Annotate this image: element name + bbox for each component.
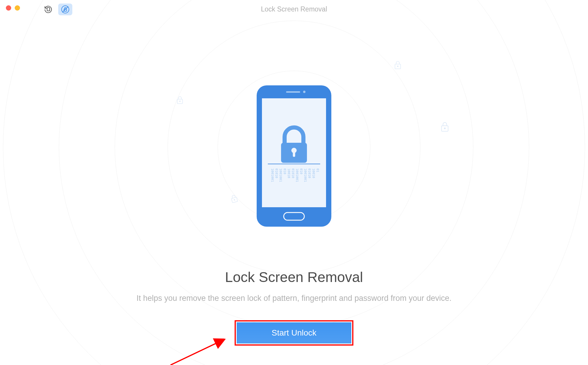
svg-text:1001001: 1001001 <box>303 168 307 182</box>
svg-text:01: 01 <box>316 168 320 172</box>
svg-text:010: 010 <box>283 168 287 174</box>
svg-rect-13 <box>286 91 300 93</box>
lock-icon <box>176 96 183 106</box>
svg-text:01010: 01010 <box>291 168 295 178</box>
main-content: 1001001 01010 1001001 010 10010 01010 10… <box>0 18 588 365</box>
svg-point-11 <box>234 199 235 200</box>
page-description: It helps you remove the screen lock of p… <box>136 294 452 303</box>
unlock-tool-button[interactable] <box>58 4 72 15</box>
history-button[interactable] <box>41 4 55 15</box>
svg-rect-0 <box>47 8 50 11</box>
page-title: Lock Screen Removal <box>225 269 363 285</box>
lock-icon <box>394 60 402 71</box>
svg-point-14 <box>303 91 305 93</box>
close-button[interactable] <box>6 5 11 11</box>
unlock-icon <box>61 5 70 14</box>
svg-rect-18 <box>293 151 295 157</box>
svg-point-9 <box>444 128 445 129</box>
highlight-annotation: Start Unlock <box>235 320 353 346</box>
svg-text:10010: 10010 <box>312 168 315 178</box>
svg-text:1001001: 1001001 <box>295 168 299 182</box>
svg-text:01010: 01010 <box>308 168 311 178</box>
toolbar <box>41 4 72 15</box>
lock-icon <box>440 121 449 134</box>
lock-icon <box>230 193 239 205</box>
history-icon <box>44 5 53 14</box>
annotation-arrow <box>168 336 229 365</box>
svg-text:01010: 01010 <box>275 168 278 178</box>
window-controls <box>6 5 20 11</box>
svg-text:10010: 10010 <box>287 168 291 178</box>
start-unlock-button[interactable]: Start Unlock <box>237 322 351 344</box>
svg-text:1001001: 1001001 <box>270 168 274 182</box>
svg-text:010: 010 <box>299 168 303 174</box>
svg-point-7 <box>397 66 398 67</box>
minimize-button[interactable] <box>15 5 20 11</box>
titlebar: Lock Screen Removal <box>0 0 588 18</box>
svg-text:1001001: 1001001 <box>279 168 283 182</box>
svg-line-33 <box>171 339 225 365</box>
svg-point-5 <box>180 101 181 102</box>
phone-illustration: 1001001 01010 1001001 010 10010 01010 10… <box>257 85 331 228</box>
window-title: Lock Screen Removal <box>261 5 327 13</box>
